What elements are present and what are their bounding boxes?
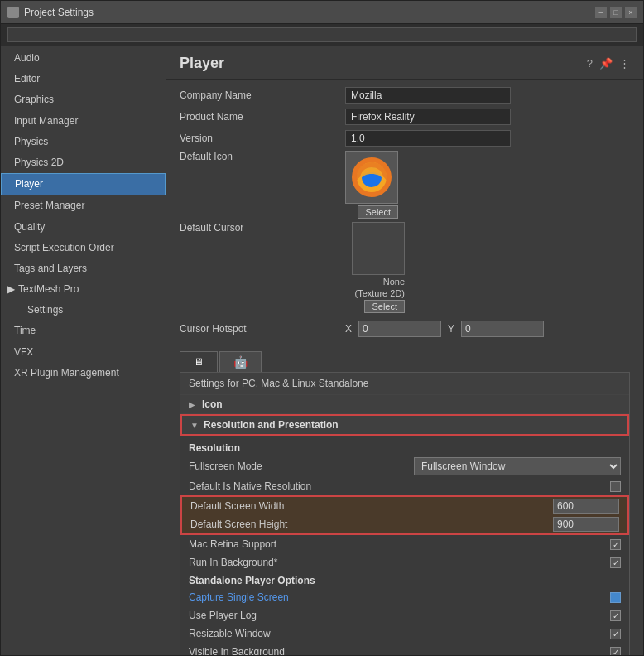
default-cursor-label: Default Cursor [180,222,345,234]
help-button[interactable]: ? [587,57,593,70]
sidebar-item-textmesh-pro[interactable]: ▶ TextMesh Pro [1,279,166,300]
capture-single-screen-row: Capture Single Screen [180,588,629,606]
sidebar-item-input-manager[interactable]: Input Manager [1,111,166,132]
hotspot-x-input[interactable] [358,321,441,337]
title-bar-controls: – □ × [595,7,637,18]
company-name-label: Company Name [180,89,345,101]
run-background-checkbox[interactable] [610,557,621,568]
icon-right-panel: Select [345,151,398,219]
icon-section-title: Icon [202,398,223,410]
sidebar-item-time[interactable]: Time [1,321,166,341]
sidebar-item-physics[interactable]: Physics [1,132,166,152]
content-header: Player ? 📌 ⋮ [166,46,643,80]
sidebar-item-quality[interactable]: Quality [1,217,166,238]
hotspot-x-label: X [345,323,352,335]
icon-section-header[interactable]: ▶ Icon [180,395,629,414]
header-icons: ? 📌 ⋮ [587,57,630,70]
sidebar-item-script-execution-order[interactable]: Script Execution Order [1,238,166,258]
pin-button[interactable]: 📌 [599,57,613,70]
product-name-row: Product Name [180,108,630,126]
sidebar-item-vfx[interactable]: VFX [1,342,166,363]
main-content: Audio Editor Graphics Input Manager Phys… [1,46,643,655]
title-bar: Project Settings – □ × [1,1,643,24]
page-title: Player [180,55,224,72]
none-label: None [383,277,405,287]
monitor-icon: 🖥 [194,356,204,368]
platform-tab-pc[interactable]: 🖥 [180,351,218,372]
default-icon-preview [345,151,398,204]
version-input[interactable] [345,130,511,147]
visible-background-row: Visible In Background [180,643,629,655]
resolution-section-header[interactable]: ▼ Resolution and Presentation [180,414,629,436]
sidebar-item-xr-plugin[interactable]: XR Plugin Management [1,363,166,383]
resizable-window-row: Resizable Window [180,625,629,643]
sidebar-item-tags-and-layers[interactable]: Tags and Layers [1,258,166,279]
fullscreen-mode-row: Fullscreen Mode Fullscreen Window Exclus… [180,456,629,477]
fullscreen-mode-dropdown[interactable]: Fullscreen Window Exclusive Fullscreen W… [414,457,621,475]
native-resolution-checkbox[interactable] [610,481,621,492]
product-name-label: Product Name [180,111,345,123]
cursor-select-button[interactable]: Select [364,300,405,313]
menu-button[interactable]: ⋮ [619,57,630,70]
resolution-section-title: Resolution and Presentation [204,419,339,431]
resizable-window-checkbox[interactable] [610,629,621,639]
resizable-window-label: Resizable Window [189,628,610,639]
main-window: Project Settings – □ × Audio Editor Grap… [0,0,644,656]
firefox-icon-svg [350,156,393,199]
visible-background-label: Visible In Background [189,646,610,655]
resolution-arrow: ▼ [190,421,199,429]
android-icon: 🤖 [233,355,248,369]
mac-retina-row: Mac Retina Support [180,535,629,553]
default-cursor-row: Default Cursor None (Texture 2D) Select [180,222,630,313]
platform-tabs: 🖥 🤖 [180,351,630,372]
cursor-hotspot-label: Cursor Hotspot [180,323,345,335]
expand-arrow-icon: ▶ [7,282,15,297]
player-log-row: Use Player Log [180,606,629,625]
player-log-label: Use Player Log [189,610,610,621]
content-area: Player ? 📌 ⋮ Company Name Product Name [166,46,643,655]
sidebar-item-audio[interactable]: Audio [1,48,166,69]
mac-retina-label: Mac Retina Support [189,538,610,550]
screen-height-input[interactable] [553,517,619,532]
sidebar-item-editor[interactable]: Editor [1,69,166,89]
resolution-section-content: Resolution Fullscreen Mode Fullscreen Wi… [180,436,629,655]
platform-label: Settings for PC, Mac & Linux Standalone [180,373,629,395]
screen-height-row: Default Screen Height [180,515,629,535]
screen-width-input[interactable] [553,499,619,514]
hotspot-area: X Y [345,321,544,337]
run-background-row: Run In Background* [180,553,629,572]
sidebar-item-physics-2d[interactable]: Physics 2D [1,152,166,173]
settings-form: Company Name Product Name Version Defaul… [166,80,643,348]
icon-select-button[interactable]: Select [358,205,398,219]
close-button[interactable]: × [625,7,637,18]
sidebar-item-player[interactable]: Player [1,173,166,195]
sidebar-item-preset-manager[interactable]: Preset Manager [1,195,166,216]
screen-height-label: Default Screen Height [190,519,553,530]
sidebar-item-graphics[interactable]: Graphics [1,89,166,110]
native-resolution-label: Default Is Native Resolution [189,480,610,492]
maximize-button[interactable]: □ [610,7,622,18]
hotspot-y-label: Y [448,323,454,335]
minimize-button[interactable]: – [595,7,607,18]
standalone-subsection-title: Standalone Player Options [180,572,629,588]
capture-single-screen-checkbox[interactable] [610,592,621,603]
screen-width-row: Default Screen Width [180,495,629,515]
hotspot-y-input[interactable] [461,321,544,337]
platform-content: Settings for PC, Mac & Linux Standalone … [180,372,630,655]
player-log-checkbox[interactable] [610,610,621,621]
sidebar: Audio Editor Graphics Input Manager Phys… [1,46,166,655]
default-icon-row: Default Icon Select [180,151,630,219]
company-name-row: Company Name [180,86,630,104]
sidebar-item-settings[interactable]: Settings [1,300,166,321]
product-name-input[interactable] [345,109,511,125]
capture-single-screen-label[interactable]: Capture Single Screen [189,591,610,603]
platform-tab-android[interactable]: 🤖 [219,351,262,372]
visible-background-checkbox[interactable] [610,647,621,656]
cursor-preview-box [352,222,405,275]
version-row: Version [180,129,630,147]
screen-width-label: Default Screen Width [190,500,553,512]
window-icon [7,7,19,18]
company-name-input[interactable] [345,87,511,104]
search-input[interactable] [7,27,637,42]
mac-retina-checkbox[interactable] [610,539,621,550]
